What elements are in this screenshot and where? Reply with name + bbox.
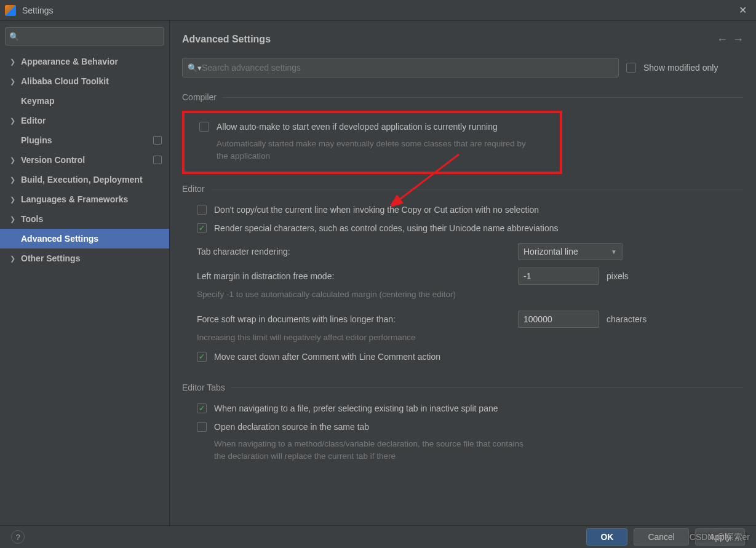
sidebar-item-label: Languages & Frameworks (21, 194, 128, 204)
sidebar-item-label: Tools (21, 214, 43, 224)
move-caret-label: Move caret down after Comment with Line … (214, 352, 440, 362)
sidebar-item-editor[interactable]: ❯Editor (0, 111, 169, 130)
show-modified-label: Show modified only (643, 63, 718, 73)
show-modified-checkbox[interactable] (626, 63, 636, 73)
sidebar-item-advanced-settings[interactable]: Advanced Settings (0, 229, 169, 248)
open-decl-help: When navigating to a method/class/variab… (182, 438, 527, 468)
allow-automake-checkbox[interactable] (199, 122, 209, 132)
sidebar-item-appearance-behavior[interactable]: ❯Appearance & Behavior (0, 52, 169, 71)
apply-button[interactable]: Apply (695, 528, 745, 546)
dont-copy-cut-checkbox[interactable] (197, 205, 207, 215)
allow-automake-help: Automatically started make may eventuall… (185, 138, 529, 168)
ok-button[interactable]: OK (586, 528, 627, 546)
chevron-right-icon: ❯ (10, 255, 17, 263)
sidebar-item-label: Build, Execution, Deployment (21, 175, 143, 185)
left-margin-input[interactable] (518, 268, 599, 285)
soft-wrap-help: Increasing this limit will negatively af… (182, 332, 527, 350)
left-margin-suffix: pixels (607, 271, 629, 281)
chevron-right-icon: ❯ (10, 58, 17, 66)
move-caret-checkbox[interactable] (197, 352, 207, 362)
sidebar-item-label: Version Control (21, 155, 85, 165)
sidebar-item-label: Editor (21, 116, 46, 125)
help-button[interactable]: ? (11, 530, 25, 544)
chevron-right-icon: ❯ (10, 117, 17, 125)
sidebar-item-build-execution-deployment[interactable]: ❯Build, Execution, Deployment (0, 170, 169, 189)
chevron-right-icon: ❯ (10, 156, 17, 164)
sidebar-item-languages-frameworks[interactable]: ❯Languages & Frameworks (0, 189, 169, 209)
section-compiler: Compiler (182, 92, 744, 102)
sidebar-search[interactable]: 🔍 (5, 27, 164, 46)
open-decl-checkbox[interactable] (197, 422, 207, 432)
advanced-search[interactable]: 🔍▾ (182, 58, 619, 77)
allow-automake-label: Allow auto-make to start even if develop… (217, 122, 498, 132)
left-margin-label: Left margin in distraction free mode: (197, 271, 511, 281)
open-decl-label: Open declaration source in the same tab (214, 422, 369, 432)
sidebar-item-alibaba-cloud-toolkit[interactable]: ❯Alibaba Cloud Toolkit (0, 71, 169, 91)
chevron-right-icon: ❯ (10, 176, 17, 184)
window-title: Settings (22, 6, 54, 15)
section-editor-tabs: Editor Tabs (182, 383, 744, 392)
settings-tree: ❯Appearance & Behavior❯Alibaba Cloud Too… (0, 52, 169, 268)
chevron-down-icon: ▼ (611, 248, 617, 255)
sidebar-item-version-control[interactable]: ❯Version Control (0, 150, 169, 170)
cancel-button[interactable]: Cancel (634, 528, 689, 546)
soft-wrap-suffix: characters (607, 314, 647, 324)
forward-icon[interactable]: → (733, 33, 744, 46)
sidebar-item-label: Keymap (21, 96, 54, 106)
highlight-box: Allow auto-make to start even if develop… (182, 111, 562, 174)
app-icon (5, 5, 16, 16)
sidebar-item-label: Alibaba Cloud Toolkit (21, 76, 109, 86)
tab-render-label: Tab character rendering: (197, 247, 511, 256)
soft-wrap-label: Force soft wrap in documents with lines … (197, 314, 511, 324)
sidebar-item-plugins[interactable]: Plugins (0, 130, 169, 150)
sidebar-item-other-settings[interactable]: ❯Other Settings (0, 248, 169, 268)
badge-icon (153, 136, 162, 145)
badge-icon (153, 156, 162, 164)
soft-wrap-input[interactable] (518, 311, 599, 328)
main-panel: Advanced Settings ← → 🔍▾ Show modified o… (170, 21, 756, 525)
footer: ? OK Cancel Apply (0, 525, 756, 548)
chevron-right-icon: ❯ (10, 196, 17, 204)
render-special-checkbox[interactable] (197, 223, 207, 233)
render-special-label: Render special characters, such as contr… (214, 223, 559, 233)
sidebar-item-label: Plugins (21, 135, 52, 145)
sidebar-item-label: Appearance & Behavior (21, 57, 118, 66)
titlebar: Settings ✕ (0, 0, 756, 21)
prefer-existing-checkbox[interactable] (197, 403, 207, 413)
left-margin-help: Specify -1 to use automatically calculat… (182, 288, 527, 307)
page-title: Advanced Settings (182, 34, 271, 45)
sidebar-item-label: Advanced Settings (21, 234, 98, 244)
sidebar-item-label: Other Settings (21, 253, 80, 263)
chevron-right-icon: ❯ (10, 215, 17, 223)
sidebar: 🔍 ❯Appearance & Behavior❯Alibaba Cloud T… (0, 21, 170, 525)
sidebar-search-input[interactable] (23, 32, 160, 41)
dont-copy-cut-label: Don't copy/cut the current line when inv… (214, 205, 539, 215)
chevron-right-icon: ❯ (10, 77, 17, 85)
back-icon[interactable]: ← (717, 33, 728, 46)
search-icon: 🔍 (9, 32, 19, 41)
close-icon[interactable]: ✕ (734, 2, 751, 19)
sidebar-item-keymap[interactable]: Keymap (0, 91, 169, 111)
search-icon: 🔍▾ (188, 63, 202, 73)
tab-render-select[interactable]: Horizontal line▼ (518, 243, 623, 260)
advanced-search-input[interactable] (202, 63, 613, 73)
sidebar-item-tools[interactable]: ❯Tools (0, 209, 169, 229)
prefer-existing-label: When navigating to a file, prefer select… (214, 403, 498, 413)
section-editor: Editor (182, 184, 744, 194)
